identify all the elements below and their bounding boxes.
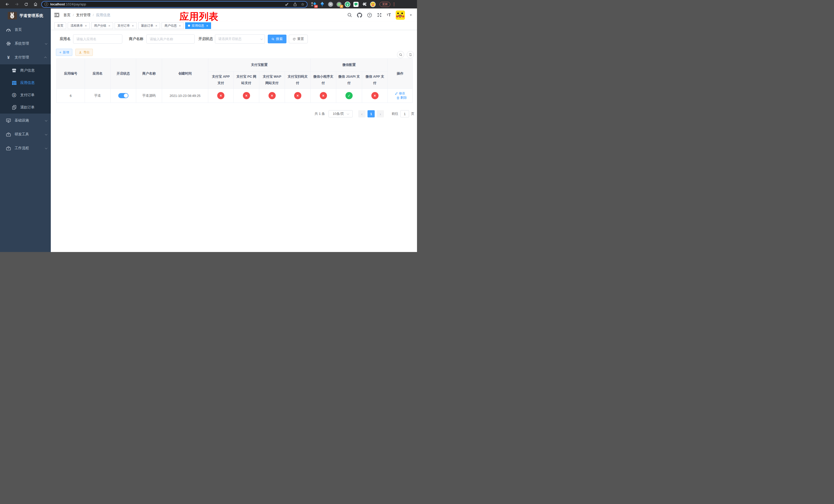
- sidebar-item-label: 系统管理: [15, 41, 29, 46]
- col-alipay-pc: 支付宝 PC 网站支付: [234, 71, 259, 89]
- sidebar-item-label: 研发工具: [15, 132, 29, 137]
- trash-icon: [396, 96, 399, 99]
- share-icon[interactable]: [293, 2, 297, 6]
- sidebar-fold-icon[interactable]: [54, 13, 59, 17]
- breadcrumb-home[interactable]: 首页: [63, 13, 70, 18]
- close-icon[interactable]: ×: [109, 24, 111, 27]
- export-button[interactable]: 导出: [75, 49, 93, 56]
- merchant-name-input[interactable]: [147, 35, 195, 44]
- screen: i localhost:1024/pay/app ☆ 10 ⌘ 1: [0, 0, 417, 252]
- close-icon[interactable]: ×: [206, 24, 208, 27]
- help-icon[interactable]: ?: [367, 13, 372, 18]
- sidebar-item-payment[interactable]: ¥ 支付管理: [0, 50, 51, 64]
- extension-recorder-icon[interactable]: 1: [336, 1, 342, 7]
- sidebar-item-label: 工作流程: [15, 146, 29, 151]
- status-switch[interactable]: [118, 93, 129, 98]
- tab-refund-orders[interactable]: 退款订单×: [138, 22, 160, 29]
- col-created: 创建时间: [162, 59, 208, 89]
- col-alipay-wap: 支付宝 WAP 网站支付: [259, 71, 285, 89]
- page-suffix-label: 页: [411, 112, 414, 116]
- url-text: localhost:1024/pay/app: [50, 2, 86, 6]
- search-form: 应用名 商户名称 开启状态 请选择开启状态 搜索 重置: [60, 35, 308, 44]
- page-size-select[interactable]: 10条/页: [329, 110, 353, 117]
- chevron-up-icon: [44, 56, 47, 59]
- annotation-title: 应用列表: [179, 10, 219, 23]
- extensions-puzzle-icon[interactable]: [361, 1, 368, 7]
- close-icon[interactable]: ×: [179, 24, 181, 27]
- password-key-icon[interactable]: [285, 2, 289, 6]
- add-button[interactable]: + 新增: [56, 49, 72, 56]
- prev-page-button[interactable]: ‹: [358, 110, 366, 117]
- tab-user-group[interactable]: 用户分组×: [91, 22, 113, 29]
- close-icon[interactable]: ×: [132, 24, 134, 27]
- search-button[interactable]: 搜索: [268, 35, 286, 43]
- home-icon[interactable]: [33, 2, 38, 6]
- site-info-icon[interactable]: i: [44, 2, 48, 6]
- tab-merchant-info[interactable]: 商户信息×: [161, 22, 184, 29]
- sidebar-logo-row[interactable]: 芋道管理系统: [0, 8, 51, 23]
- sidebar-item-app-info[interactable]: 应用信息: [0, 77, 51, 89]
- close-icon[interactable]: ×: [155, 24, 157, 27]
- col-app-id: 应用编号: [57, 59, 85, 89]
- browser-update-button[interactable]: 更新: [379, 2, 390, 7]
- sidebar-item-label: 退款订单: [20, 105, 35, 110]
- sidebar-item-refund-orders[interactable]: 退款订单: [0, 101, 51, 114]
- chevron-down-icon: [45, 42, 47, 45]
- caret-down-icon[interactable]: [410, 15, 412, 17]
- sidebar-item-system[interactable]: 系统管理: [0, 37, 51, 50]
- github-icon[interactable]: [357, 13, 362, 18]
- open-status-select[interactable]: 请选择开启状态: [215, 35, 265, 44]
- refresh-icon[interactable]: [407, 51, 414, 58]
- sidebar-item-home[interactable]: 首页: [0, 23, 51, 37]
- breadcrumb-current: 应用信息: [96, 13, 110, 18]
- extension-chat-icon[interactable]: [353, 1, 359, 7]
- tab-home[interactable]: 首页: [54, 22, 66, 29]
- extension-command-icon[interactable]: ⌘: [328, 1, 334, 7]
- tab-pay-orders[interactable]: 支付订单×: [115, 22, 137, 29]
- sidebar-item-merchant-info[interactable]: 商户信息: [0, 64, 51, 77]
- browser-menu-icon[interactable]: [393, 3, 394, 6]
- goto-page-input[interactable]: [400, 110, 409, 117]
- sidebar-item-label: 应用信息: [20, 81, 35, 85]
- yen-circle-icon: ¥: [11, 93, 17, 97]
- cell-app-id: 6: [57, 89, 85, 103]
- next-page-button[interactable]: ›: [377, 110, 384, 117]
- app-title: 芋道管理系统: [20, 13, 43, 18]
- tab-process-form[interactable]: 流程表单×: [68, 22, 90, 29]
- reload-icon[interactable]: [24, 2, 28, 6]
- delete-button[interactable]: 删除: [396, 96, 407, 100]
- close-icon[interactable]: ×: [85, 24, 87, 27]
- col-wx-mini: 微信小程序支付: [311, 71, 336, 89]
- profile-avatar-icon[interactable]: [370, 1, 376, 7]
- sidebar-item-pay-orders[interactable]: ¥ 支付订单: [0, 89, 51, 101]
- extension-pinned-icon[interactable]: 10: [311, 1, 317, 7]
- app-table: 应用编号 应用名 开启状态 商户名称 创建时间 支付宝配置 微信配置 操作 支付…: [57, 59, 413, 103]
- cell-merchant: 芋道源码: [136, 89, 162, 103]
- tab-app-info[interactable]: 应用信息×: [185, 22, 211, 29]
- chevron-down-icon: [45, 119, 47, 121]
- sidebar-item-dev-tools[interactable]: 研发工具: [0, 128, 51, 141]
- sidebar-item-infrastructure[interactable]: 基础设施: [0, 114, 51, 128]
- forward-icon[interactable]: [15, 2, 19, 6]
- fullscreen-icon[interactable]: [377, 13, 382, 18]
- breadcrumb-payment[interactable]: 支付管理: [76, 13, 90, 18]
- sidebar-item-workflow[interactable]: 工作流程: [0, 141, 51, 155]
- col-alipay-app: 支付宝 APP 支付: [208, 71, 234, 89]
- chevron-down-icon: [45, 133, 47, 135]
- extension-kite-icon[interactable]: [319, 1, 325, 7]
- back-icon[interactable]: [5, 2, 9, 6]
- app-logo: [8, 12, 17, 20]
- dashboard-icon: [6, 28, 11, 32]
- reset-button[interactable]: 重置: [289, 35, 308, 43]
- page-number-1[interactable]: 1: [368, 110, 375, 117]
- edit-button[interactable]: 修改: [395, 91, 405, 96]
- app-name-input[interactable]: [73, 35, 122, 44]
- extension-y-icon[interactable]: y: [345, 1, 351, 7]
- bookmark-star-icon[interactable]: ☆: [301, 2, 304, 6]
- url-bar[interactable]: i localhost:1024/pay/app ☆: [41, 1, 307, 8]
- show-search-icon[interactable]: [397, 51, 404, 58]
- search-icon[interactable]: [347, 13, 352, 18]
- font-size-icon[interactable]: TT: [387, 13, 391, 17]
- user-avatar[interactable]: [396, 10, 405, 20]
- extension-badge: 10: [314, 5, 318, 8]
